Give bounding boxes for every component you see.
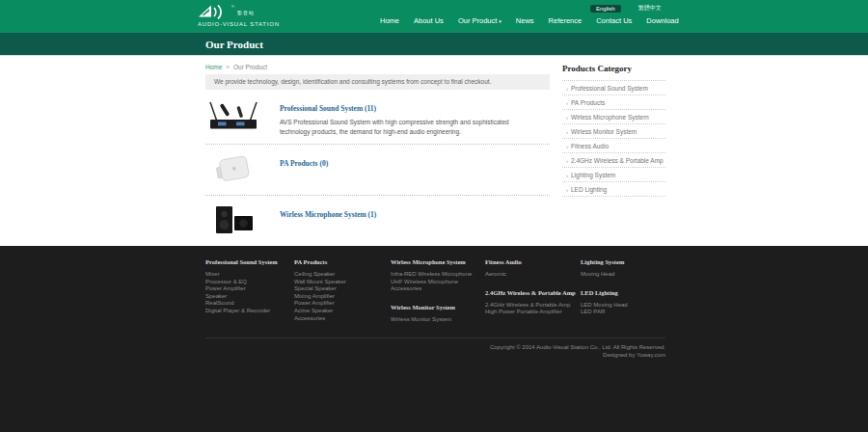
copyright-line: Copyright © 2014 Audio-Visual Station Co… (205, 343, 665, 351)
category-item-label: LED Lighting (571, 186, 607, 193)
product-image-wall-speaker[interactable] (205, 151, 260, 188)
footer-link-active-speaker[interactable]: Active Speaker (294, 308, 391, 315)
page-title-bar: Our Product (0, 33, 868, 56)
footer-group: 2.4GHz Wireless & Portable Amp 2.4GHz Wi… (485, 289, 581, 316)
footer-group: Professional Sound System Mixer Processo… (205, 258, 294, 315)
product-row-pa-products: PA Products (0) (205, 151, 550, 196)
nav-home[interactable]: Home (380, 9, 399, 25)
products-category-list: ›Professional Sound System ›PA Products … (562, 80, 665, 197)
footer-link-processor-eq[interactable]: Processor & EQ (205, 279, 294, 286)
footer-link-uhf-wireless-microphone[interactable]: UHF Wireless Microphone (391, 279, 485, 286)
footer-group: Lighting System Moving Head (581, 258, 665, 279)
footer-column-wirless-microphone-system: Wirless Microphone System Infra-RED Wire… (391, 258, 485, 334)
nav-news[interactable]: News (516, 9, 534, 25)
chevron-right-icon: › (566, 129, 568, 135)
footer-link-special-speaker[interactable]: Special Speaker (294, 285, 391, 293)
category-item-wirless-monitor-system[interactable]: ›Wirless Monitor System (562, 124, 665, 139)
page-title: Our Product (205, 33, 263, 56)
footer-column-professional-sound-system: Professional Sound System Mixer Processo… (205, 258, 294, 334)
footer-link-power-amplifier[interactable]: Power Amplifier (294, 300, 391, 308)
registered-mark: ® (231, 4, 234, 9)
site-footer: Professional Sound System Mixer Processo… (0, 246, 868, 432)
product-link-wirless-microphone-system[interactable]: Wirless Microphone System (1) (280, 210, 376, 219)
breadcrumb-current: Our Product (233, 64, 267, 70)
footer-link-high-power-portable-amplifier[interactable]: High Power Portable Amplifier (485, 309, 581, 316)
footer-link-infra-red-wireless-microphone[interactable]: Infra-RED Wireless Microphone (391, 271, 485, 279)
footer-group-title[interactable]: Fitness Audio (485, 258, 581, 265)
footer-group-title[interactable]: LED Lighting (581, 289, 665, 296)
footer-group-title[interactable]: Wirless Microphone System (391, 258, 485, 265)
logo-brand-text: AUDIO-VISUAL STATION (198, 21, 280, 27)
footer-group-title[interactable]: Lighting System (581, 258, 665, 265)
footer-link-wall-mount-speaker[interactable]: Wall Mount Speaker (294, 279, 391, 286)
footer-group-title[interactable]: Wirless Monitor System (391, 304, 485, 310)
category-item-24ghz-wireless-portable-amp[interactable]: ›2.4GHz Wireless & Portable Amp (562, 153, 665, 168)
footer-column-fitness-audio: Fitness Audio Aeromic 2.4GHz Wireless & … (485, 258, 581, 334)
designed-by-line: Designed by Yoway.com (205, 351, 665, 359)
footer-link-accessories[interactable]: Accessories (294, 315, 391, 323)
footer-link-digital-player-recorder[interactable]: Digital Player & Recorder (205, 308, 294, 315)
footer-columns: Professional Sound System Mixer Processo… (205, 258, 665, 334)
category-item-pa-products[interactable]: ›PA Products (562, 95, 665, 110)
footer-link-wirless-monitor-system[interactable]: Wirless Monitor System (391, 316, 485, 324)
footer-group: Wirless Monitor System Wirless Monitor S… (391, 304, 485, 324)
category-item-wirless-microphone-system[interactable]: ›Wirless Microphone System (562, 110, 665, 124)
category-item-lighting-system[interactable]: ›Lighting System (562, 168, 665, 182)
category-item-label: Wirless Microphone System (571, 114, 649, 121)
nav-reference[interactable]: Reference (549, 9, 583, 25)
products-category-title: Products Category (562, 64, 665, 73)
category-item-professional-sound-system[interactable]: ›Professional Sound System (562, 81, 665, 95)
nav-about-us[interactable]: About Us (414, 9, 444, 25)
page: ® 影音站 AUDIO-VISUAL STATION English 繁體中文 … (0, 0, 868, 432)
chevron-down-icon: ▾ (499, 18, 502, 24)
footer-link-led-par[interactable]: LED PAR (581, 309, 665, 316)
footer-link-moving-head[interactable]: Moving Head (581, 271, 665, 279)
category-item-label: Wirless Monitor System (571, 128, 637, 135)
footer-group-title[interactable]: 2.4GHz Wireless & Portable Amp (485, 289, 581, 296)
footer-link-speaker[interactable]: Speaker (205, 293, 294, 301)
site-header: ® 影音站 AUDIO-VISUAL STATION English 繁體中文 … (0, 0, 868, 33)
logo-top: ® 影音站 (198, 4, 280, 20)
main-content: Home»Our Product We provide technology, … (0, 56, 868, 246)
product-list: Professional Sound System (11) AVS Profe… (205, 96, 550, 254)
footer-link-mixing-amplifier[interactable]: Mixing Amplifier (294, 293, 391, 301)
footer-link-power-amplifier[interactable]: Power Amplifier (205, 285, 294, 293)
footer-link-ceiling-speaker[interactable]: Ceiling Speaker (294, 271, 391, 279)
main-nav: Home About Us Our Product▾ News Referenc… (380, 0, 693, 33)
breadcrumb-separator-icon: » (226, 64, 230, 70)
logo[interactable]: ® 影音站 AUDIO-VISUAL STATION (198, 4, 280, 27)
speaker-waves-logo-icon (198, 4, 231, 20)
intro-text: We provide technology, design, identific… (205, 74, 550, 90)
breadcrumb-home-link[interactable]: Home (205, 64, 222, 70)
category-item-label: Professional Sound System (571, 85, 648, 92)
nav-download[interactable]: Download (646, 9, 678, 25)
chevron-right-icon: › (566, 173, 568, 178)
footer-link-accessories[interactable]: Accessories (391, 285, 485, 293)
footer-link-realsound[interactable]: RealSound (205, 300, 294, 308)
category-item-label: 2.4GHz Wireless & Portable Amp (571, 157, 664, 164)
footer-column-pa-products: PA Products Ceiling Speaker Wall Mount S… (294, 258, 391, 334)
footer-group-title[interactable]: Professional Sound System (205, 258, 294, 265)
product-link-professional-sound-system[interactable]: Professional Sound System (11) (280, 104, 376, 113)
footer-group: PA Products Ceiling Speaker Wall Mount S… (294, 258, 391, 322)
nav-contact-us[interactable]: Contact Us (596, 9, 632, 25)
footer-link-led-moving-head[interactable]: LED Moving Head (581, 302, 665, 310)
footer-link-mixer[interactable]: Mixer (205, 271, 294, 279)
logo-chinese-text: 影音站 (237, 10, 255, 15)
category-item-fitness-audio[interactable]: ›Fitness Audio (562, 139, 665, 153)
product-info: PA Products (0) (280, 151, 328, 170)
product-image-wireless-receiver[interactable] (205, 96, 260, 133)
footer-group: Fitness Audio Aeromic (485, 258, 581, 279)
category-item-led-lighting[interactable]: ›LED Lighting (562, 182, 665, 197)
product-info: Wirless Microphone System (1) (280, 202, 376, 221)
chevron-right-icon: › (566, 86, 568, 92)
category-item-label: Fitness Audio (571, 143, 609, 149)
footer-group-title[interactable]: PA Products (294, 258, 391, 265)
category-item-label: PA Products (571, 99, 605, 106)
breadcrumb: Home»Our Product (205, 64, 267, 70)
product-image-black-speakers[interactable] (205, 202, 260, 239)
product-link-pa-products[interactable]: PA Products (0) (280, 159, 328, 168)
footer-link-24ghz-wireless-portable-amp[interactable]: 2.4GHz Wireless & Portable Amp (485, 302, 581, 310)
nav-our-product[interactable]: Our Product▾ (458, 9, 502, 25)
footer-link-aeromic[interactable]: Aeromic (485, 271, 581, 279)
